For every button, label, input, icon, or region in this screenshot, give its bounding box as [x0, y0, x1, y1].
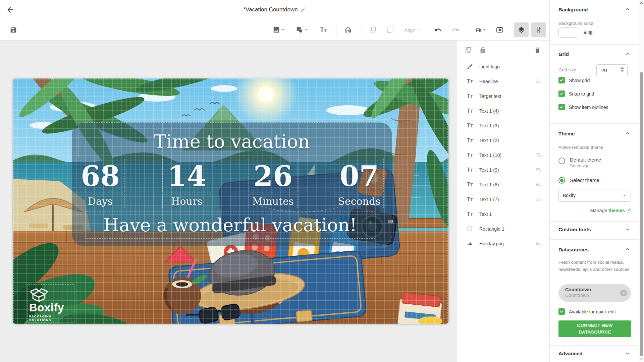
text-icon: TT: [466, 92, 474, 100]
layer-label: Text 1 (7): [479, 197, 535, 202]
chip-subtitle: Countdown: [565, 293, 618, 298]
select-theme-radio[interactable]: Select theme: [558, 176, 599, 184]
theme-select-value: Boxify: [563, 193, 576, 198]
section-datasources-title: Datasources: [558, 247, 589, 252]
section-divider: [550, 239, 644, 240]
message-text[interactable]: Have a wonderful vacation!: [85, 211, 375, 239]
theme-select[interactable]: Boxify: [558, 189, 631, 202]
insert-image-button[interactable]: [270, 22, 288, 37]
collapse-background-button[interactable]: [624, 6, 631, 13]
layer-row-text1[interactable]: TT Text 1: [457, 207, 549, 222]
chevron-down-icon: [304, 27, 309, 32]
template-editor: *Vacation Countdown TT: [0, 0, 644, 362]
toggle-layers-panel-button[interactable]: [514, 22, 529, 37]
countdown-days-label[interactable]: Days: [76, 194, 125, 208]
toggle-properties-panel-button[interactable]: [531, 22, 546, 37]
insert-shape-button[interactable]: [293, 22, 311, 37]
section-advanced-title: Advanced: [558, 351, 583, 356]
edit-title-icon[interactable]: [301, 7, 306, 12]
quick-edit-icon: [535, 196, 542, 203]
arrange-front-button[interactable]: [366, 22, 380, 37]
text-icon: TT: [466, 166, 474, 174]
layer-row-text1-10[interactable]: TT Text 1 (10): [457, 148, 549, 163]
show-item-outlines-checkbox[interactable]: Show item outlines: [558, 104, 608, 110]
layer-row-holiday-png[interactable]: Holiday.png: [457, 236, 549, 251]
collapse-theme-button[interactable]: [624, 130, 631, 137]
countdown-days-value[interactable]: 68: [76, 159, 125, 192]
layer-label: Rectangle 1: [479, 226, 549, 232]
workspace: Time to vacation 68 14 26 07 Days Hours …: [0, 41, 457, 362]
brush-icon: [466, 63, 474, 71]
section-grid-title: Grid: [558, 51, 569, 57]
brand-logo[interactable]: Boxify PACKAGING SOLUTIONS: [28, 284, 74, 322]
manage-label: Manage: [590, 208, 607, 213]
layer-row-text1-9[interactable]: TT Text 1 (9): [457, 163, 549, 177]
zoom-fit-dropdown[interactable]: Fit: [470, 22, 492, 37]
collapse-grid-button[interactable]: [624, 51, 631, 57]
connect-datasource-button[interactable]: CONNECT NEW DATASOURCE: [558, 320, 631, 337]
properties-sidebar: Background Background color #ffffff Grid…: [549, 0, 644, 362]
quick-edit-checkbox[interactable]: Available for quick edit: [558, 308, 616, 315]
expand-custom-fonts-button[interactable]: [624, 226, 631, 233]
layer-row-light-logo[interactable]: Light logo: [457, 59, 549, 74]
align-dropdown[interactable]: Align: [400, 22, 425, 37]
countdown-datasource-chip[interactable]: Countdown Countdown ✕: [558, 284, 631, 302]
layer-row-text1-3[interactable]: TT Text 1 (3): [457, 118, 549, 133]
countdown-hours-label[interactable]: Hours: [162, 194, 211, 208]
save-icon: [10, 26, 17, 34]
layer-label: Headline: [479, 79, 535, 84]
chevron-down-icon: [622, 193, 627, 198]
sidebar-scrollbar[interactable]: [639, 0, 644, 362]
save-button[interactable]: [7, 22, 20, 37]
layer-row-text1-2[interactable]: TT Text 1 (2): [457, 133, 549, 148]
layer-row-text1-7[interactable]: TT Text 1 (7): [457, 192, 549, 207]
text-icon: TT: [466, 77, 474, 85]
expand-advanced-button[interactable]: [624, 350, 631, 357]
chevron-down-icon: [416, 27, 421, 32]
scroll-down-icon[interactable]: [640, 357, 644, 361]
show-grid-checkbox[interactable]: Show grid: [558, 77, 590, 83]
insert-text-button[interactable]: TT: [317, 22, 329, 37]
countdown-minutes-label[interactable]: Minutes: [249, 194, 298, 208]
scrollbar-thumb[interactable]: [640, 72, 643, 356]
grid-size-stepper[interactable]: [620, 66, 625, 72]
scroll-up-icon[interactable]: [640, 1, 644, 5]
default-theme-radio[interactable]: Default theme Smartsign: [558, 157, 601, 168]
show-item-outlines-label: Show item outlines: [569, 105, 608, 110]
countdown-hours-value[interactable]: 14: [162, 159, 211, 192]
radio-unselected-icon: [558, 158, 565, 164]
collapse-datasources-button[interactable]: [624, 246, 631, 253]
interactive-content-button[interactable]: [341, 22, 356, 37]
layer-row-text1-8[interactable]: TT Text 1 (8): [457, 177, 549, 192]
snap-to-grid-checkbox[interactable]: Snap to grid: [558, 90, 594, 97]
layer-row-rectangle1[interactable]: Rectangle 1: [457, 222, 549, 236]
preview-button[interactable]: [493, 22, 506, 37]
section-custom-fonts-title: Custom fonts: [558, 227, 591, 232]
quick-edit-icon: [535, 78, 542, 85]
manage-themes-link[interactable]: Manage themes: [590, 208, 631, 213]
layer-row-text1-4[interactable]: TT Text 1 (4): [457, 104, 549, 118]
text-icon: TT: [466, 107, 474, 115]
selection-area-button[interactable]: [383, 22, 398, 37]
redo-button[interactable]: [449, 22, 462, 37]
layer-row-headline[interactable]: TT Headline: [457, 74, 549, 89]
remove-datasource-icon[interactable]: ✕: [620, 290, 627, 296]
section-background-title: Background: [558, 7, 588, 12]
background-color-label: Background color: [558, 21, 594, 26]
delete-layer-button[interactable]: [534, 46, 542, 54]
layer-row-target-text[interactable]: TT Target text: [457, 89, 549, 104]
transform-selection-button[interactable]: [465, 46, 473, 54]
select-theme-label: Select theme: [570, 177, 599, 184]
layer-label: Target text: [479, 94, 549, 99]
background-color-swatch[interactable]: [558, 27, 578, 38]
template-canvas[interactable]: Time to vacation 68 14 26 07 Days Hours …: [13, 78, 448, 324]
countdown-minutes-value[interactable]: 26: [249, 159, 298, 192]
headline-text[interactable]: Time to vacation: [78, 125, 385, 157]
undo-button[interactable]: [431, 22, 445, 37]
countdown-seconds-value[interactable]: 07: [335, 159, 384, 192]
themes-link-label: themes: [608, 208, 625, 213]
lock-layer-button[interactable]: [479, 46, 487, 54]
interactive-house-icon: [344, 26, 352, 34]
layer-label: Text 1 (9): [479, 167, 535, 173]
countdown-seconds-label[interactable]: Seconds: [335, 194, 384, 208]
